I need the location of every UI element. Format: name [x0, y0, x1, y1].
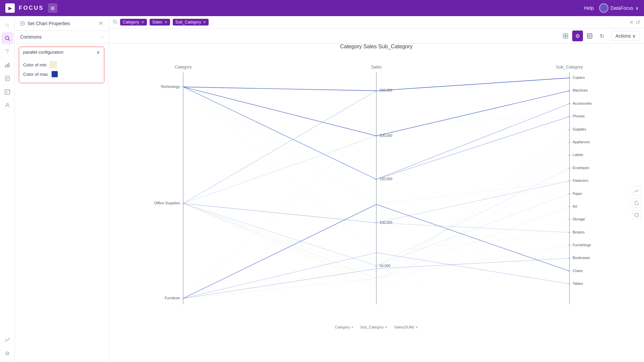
commons-section[interactable]: Commons ›: [15, 31, 108, 43]
svg-rect-19: [563, 36, 565, 38]
refresh-mini-button[interactable]: [632, 198, 641, 208]
footer-subcategory-caret[interactable]: ∨: [385, 325, 387, 329]
sidebar-item-table[interactable]: [1, 86, 13, 98]
svg-rect-9: [5, 90, 10, 94]
axis-label-subcategory: Sub_Category: [556, 65, 583, 69]
footer-sales: Sales(SUM) ∨: [394, 325, 418, 329]
tag-category-label: Category: [123, 20, 139, 24]
sidebar-item-users[interactable]: [1, 99, 13, 111]
subcat-accessories: Accessories: [573, 101, 592, 105]
layout-view-button[interactable]: [560, 31, 571, 41]
tag-subcategory[interactable]: Sub_Category ✕: [173, 19, 209, 25]
tag-category[interactable]: Category ✕: [120, 19, 147, 25]
panel-header-left: Set Chart Properties: [20, 21, 70, 26]
app-logo: FOCUS: [19, 5, 44, 11]
footer-category-caret[interactable]: ∨: [351, 325, 354, 329]
search-actions: ✕ ↺: [629, 19, 640, 25]
footer-subcategory: Sub_Category ∨: [360, 325, 387, 329]
subcat-labels: Labels: [573, 153, 583, 157]
subcat-tables: Tables: [573, 281, 583, 286]
sidebar-item-search[interactable]: [1, 32, 13, 44]
subcat-appliances: Appliances: [573, 140, 590, 144]
avatar: 👤: [599, 3, 608, 13]
grid-view-button[interactable]: [584, 31, 595, 41]
sidebar-item-help[interactable]: ?: [1, 46, 13, 58]
footer-category: Category ∨: [335, 325, 354, 329]
search-icon: [113, 19, 117, 25]
color-max-swatch[interactable]: [51, 71, 58, 77]
color-max-row: Color of max: [23, 69, 100, 79]
color-min-label: Color of min: [23, 62, 47, 67]
subcat-envelopes: Envelopes: [573, 166, 589, 170]
main-layout: ⌂ ? ⚙ Set Chart Properties ✕: [0, 16, 644, 362]
svg-rect-17: [563, 34, 565, 36]
subcat-fasteners: Fasteners: [573, 178, 588, 183]
sidebar-item-documents[interactable]: [1, 72, 13, 85]
panel-title: Set Chart Properties: [28, 21, 70, 26]
line-chart-mini-button[interactable]: [632, 186, 641, 196]
search-bar: Category ✕ Sales ✕ Sub_Category ✕ ✕ ↺: [109, 16, 644, 29]
chart-footer: Category ∨ Sub_Category ∨ Sales(SUM) ∨: [109, 324, 644, 330]
user-badge: 👤 DataFocus ∨: [599, 3, 639, 13]
category-tech: Technology: [161, 85, 180, 89]
sidebar-item-settings[interactable]: ⚙: [1, 347, 13, 359]
tag-sales[interactable]: Sales ✕: [150, 19, 170, 25]
parallel-config-body: Color of min Color of max: [19, 57, 104, 83]
subcat-chairs: Chairs: [573, 269, 583, 273]
subcat-machines: Machines: [573, 88, 588, 92]
axis-label-sales: Sales: [371, 65, 381, 69]
left-panel: Set Chart Properties ✕ Commons › paralle…: [15, 16, 109, 362]
search-input[interactable]: [211, 20, 627, 25]
logo-icon: ▶: [5, 3, 15, 13]
help-mini-button[interactable]: ?: [632, 210, 641, 220]
svg-rect-21: [587, 34, 592, 38]
footer-subcategory-text: Sub_Category: [360, 325, 384, 329]
color-min-swatch[interactable]: [50, 61, 57, 68]
actions-label: Actions: [615, 33, 631, 39]
subcat-phones: Phones: [573, 114, 585, 118]
sidebar-item-analytics[interactable]: [1, 334, 13, 346]
sidebar-item-home[interactable]: ⌂: [1, 19, 13, 31]
svg-rect-20: [566, 36, 568, 38]
user-caret-icon: ∨: [635, 5, 639, 11]
tag-category-remove[interactable]: ✕: [141, 20, 144, 24]
subcat-binders: Binders: [573, 230, 585, 234]
icon-sidebar: ⌂ ? ⚙: [0, 16, 15, 362]
parallel-config-label: parallel configuration: [23, 50, 63, 55]
svg-rect-2: [5, 65, 6, 67]
subcat-copiers: Copiers: [573, 75, 585, 80]
chart-toolbar: ⚙ ↻ Actions ∨: [109, 29, 644, 44]
help-link[interactable]: Help: [584, 5, 594, 11]
actions-caret-icon: ∨: [632, 33, 636, 39]
parallel-coordinates-chart: Category Sales Sub_Category Technology O…: [109, 53, 644, 324]
panel-close-button[interactable]: ✕: [99, 20, 103, 27]
username-label: DataFocus: [610, 5, 633, 11]
right-mini-toolbar: ?: [632, 186, 641, 220]
footer-category-text: Category: [335, 325, 350, 329]
actions-dropdown[interactable]: Actions ∨: [611, 31, 640, 41]
tag-sales-remove[interactable]: ✕: [164, 20, 167, 24]
subcat-paper: Paper: [573, 192, 582, 196]
parallel-config-box: parallel configuration ∨ Color of min Co…: [19, 47, 104, 83]
category-office: Office Supplies: [154, 201, 180, 205]
parallel-config-collapse-icon: ∨: [97, 50, 100, 55]
search-clear-icon[interactable]: ✕: [629, 19, 634, 25]
chart-title: Category Sales Sub_Category: [109, 44, 644, 50]
parallel-config-header[interactable]: parallel configuration ∨: [19, 47, 104, 57]
new-tab-button[interactable]: ⊞: [48, 3, 57, 13]
sales-tick-200k: 200,000: [380, 134, 392, 138]
subcat-furnishings: Furnishings: [573, 243, 591, 247]
tag-subcategory-remove[interactable]: ✕: [203, 20, 206, 24]
svg-rect-18: [566, 34, 568, 36]
svg-point-12: [6, 103, 8, 105]
search-refresh-icon[interactable]: ↺: [636, 19, 640, 25]
settings-view-button[interactable]: ⚙: [572, 31, 583, 41]
refresh-chart-button[interactable]: ↻: [596, 31, 607, 41]
commons-expand-icon: ›: [102, 35, 103, 39]
content-area: Category ✕ Sales ✕ Sub_Category ✕ ✕ ↺ ⚙: [109, 16, 644, 362]
footer-sales-caret[interactable]: ∨: [416, 325, 418, 329]
sidebar-item-charts[interactable]: [1, 59, 13, 71]
tag-subcategory-label: Sub_Category: [175, 20, 201, 24]
nav-right: Help 👤 DataFocus ∨: [584, 3, 639, 13]
footer-sales-text: Sales(SUM): [394, 325, 414, 329]
